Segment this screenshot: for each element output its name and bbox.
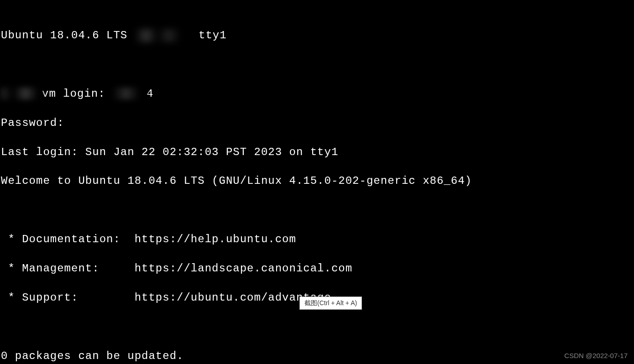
- os-header-prefix: Ubuntu 18.04.6 LTS: [1, 29, 127, 42]
- watermark: CSDN @2022-07-17: [564, 351, 628, 360]
- welcome-message: Welcome to Ubuntu 18.04.6 LTS (GNU/Linux…: [1, 174, 634, 188]
- packages-status: 0 packages can be updated.: [1, 349, 634, 364]
- terminal-line: Ubuntu 18.04.6 LTS tty1: [1, 28, 634, 43]
- terminal-line: [1, 320, 634, 334]
- redacted-hostname: [135, 29, 192, 42]
- screenshot-tooltip: 截图(Ctrl + Alt + A): [299, 296, 362, 310]
- management-link: * Management: https://landscape.canonica…: [1, 261, 634, 276]
- os-header-suffix: tty1: [192, 29, 227, 42]
- last-login: Last login: Sun Jan 22 02:32:03 PST 2023…: [1, 145, 634, 160]
- redacted-hostname: [1, 88, 42, 99]
- terminal-line: [1, 57, 634, 72]
- redacted-username: [112, 88, 147, 99]
- terminal-line: [1, 203, 634, 218]
- documentation-link: * Documentation: https://help.ubuntu.com: [1, 232, 634, 247]
- login-suffix: 4: [147, 88, 153, 100]
- password-prompt: Password:: [1, 116, 634, 130]
- terminal-line: vm login: 4: [1, 87, 634, 101]
- login-prompt: vm login:: [42, 88, 112, 100]
